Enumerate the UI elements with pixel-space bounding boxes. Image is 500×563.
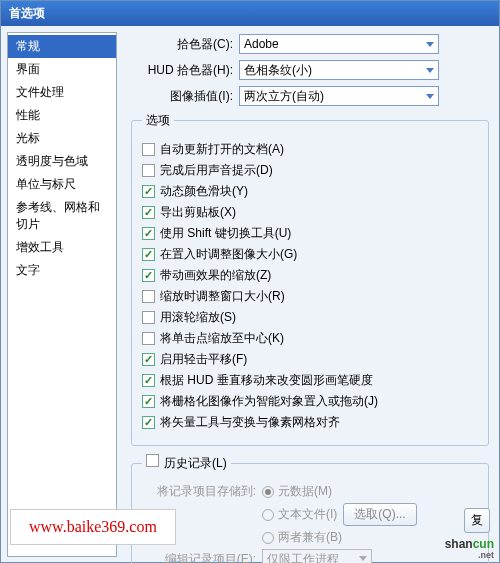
edit-items-label: 编辑记录项目(E): (152, 551, 262, 563)
option-checkbox-4[interactable] (142, 227, 155, 240)
main-panel: 拾色器(C): Adobe HUD 拾色器(H): 色相条纹(小) 图像插值(I… (117, 26, 499, 563)
edit-items-select: 仅限工作进程 (262, 549, 372, 563)
option-checkbox-5[interactable] (142, 248, 155, 261)
option-row: 根据 HUD 垂直移动来改变圆形画笔硬度 (142, 372, 478, 389)
option-label: 启用轻击平移(F) (160, 351, 247, 368)
option-row: 动态颜色滑块(Y) (142, 183, 478, 200)
sidebar-item-transparency[interactable]: 透明度与色域 (8, 150, 116, 173)
option-checkbox-7[interactable] (142, 290, 155, 303)
option-label: 根据 HUD 垂直移动来改变圆形画笔硬度 (160, 372, 373, 389)
option-label: 导出剪贴板(X) (160, 204, 236, 221)
sidebar-item-filehandling[interactable]: 文件处理 (8, 81, 116, 104)
option-row: 将单击点缩放至中心(K) (142, 330, 478, 347)
option-row: 带动画效果的缩放(Z) (142, 267, 478, 284)
option-label: 完成后用声音提示(D) (160, 162, 273, 179)
watermark-shancun: shancun .net (445, 532, 494, 558)
sidebar-item-type[interactable]: 文字 (8, 259, 116, 282)
content: 常规 界面 文件处理 性能 光标 透明度与色域 单位与标尺 参考线、网格和切片 … (1, 26, 499, 563)
option-checkbox-3[interactable] (142, 206, 155, 219)
option-label: 自动更新打开的文档(A) (160, 141, 284, 158)
sidebar: 常规 界面 文件处理 性能 光标 透明度与色域 单位与标尺 参考线、网格和切片 … (7, 32, 117, 557)
option-row: 完成后用声音提示(D) (142, 162, 478, 179)
color-picker-select[interactable]: Adobe (239, 34, 439, 54)
radio-metadata (262, 486, 274, 498)
sidebar-item-performance[interactable]: 性能 (8, 104, 116, 127)
option-checkbox-2[interactable] (142, 185, 155, 198)
sidebar-item-guides[interactable]: 参考线、网格和切片 (8, 196, 116, 236)
option-label: 将矢量工具与变换与像素网格对齐 (160, 414, 340, 431)
sidebar-item-interface[interactable]: 界面 (8, 58, 116, 81)
history-legend: 历史记录(L) (142, 454, 231, 472)
radio-both (262, 532, 274, 544)
option-checkbox-0[interactable] (142, 143, 155, 156)
option-row: 启用轻击平移(F) (142, 351, 478, 368)
option-checkbox-11[interactable] (142, 374, 155, 387)
option-row: 用滚轮缩放(S) (142, 309, 478, 326)
history-fieldset: 历史记录(L) 将记录项目存储到: 元数据(M) 文本文件(I) 选取(Q)..… (131, 454, 489, 563)
option-row: 将矢量工具与变换与像素网格对齐 (142, 414, 478, 431)
option-row: 在置入时调整图像大小(G) (142, 246, 478, 263)
option-checkbox-12[interactable] (142, 395, 155, 408)
option-row: 缩放时调整窗口大小(R) (142, 288, 478, 305)
sidebar-item-units[interactable]: 单位与标尺 (8, 173, 116, 196)
watermark-baike: www.baike369.com (10, 509, 176, 545)
preferences-window: 首选项 常规 界面 文件处理 性能 光标 透明度与色域 单位与标尺 参考线、网格… (0, 0, 500, 563)
radio-textfile (262, 509, 274, 521)
titlebar: 首选项 (1, 1, 499, 26)
color-picker-label: 拾色器(C): (131, 36, 239, 53)
options-legend: 选项 (142, 112, 174, 129)
sidebar-item-plugins[interactable]: 增效工具 (8, 236, 116, 259)
option-label: 缩放时调整窗口大小(R) (160, 288, 285, 305)
option-row: 使用 Shift 键切换工具(U) (142, 225, 478, 242)
option-row: 自动更新打开的文档(A) (142, 141, 478, 158)
option-label: 动态颜色滑块(Y) (160, 183, 248, 200)
option-row: 导出剪贴板(X) (142, 204, 478, 221)
history-checkbox[interactable] (146, 454, 159, 467)
option-label: 使用 Shift 键切换工具(U) (160, 225, 291, 242)
option-checkbox-1[interactable] (142, 164, 155, 177)
radio-textfile-label: 文本文件(I) (278, 506, 337, 523)
option-checkbox-8[interactable] (142, 311, 155, 324)
option-checkbox-9[interactable] (142, 332, 155, 345)
choose-button: 选取(Q)... (343, 503, 416, 526)
radio-metadata-label: 元数据(M) (278, 483, 332, 500)
hud-picker-select[interactable]: 色相条纹(小) (239, 60, 439, 80)
image-interp-label: 图像插值(I): (131, 88, 239, 105)
option-label: 用滚轮缩放(S) (160, 309, 236, 326)
option-label: 带动画效果的缩放(Z) (160, 267, 271, 284)
option-row: 将栅格化图像作为智能对象置入或拖动(J) (142, 393, 478, 410)
option-label: 将单击点缩放至中心(K) (160, 330, 284, 347)
history-saveto-label: 将记录项目存储到: (152, 483, 262, 500)
radio-both-label: 两者兼有(B) (278, 529, 342, 546)
option-label: 将栅格化图像作为智能对象置入或拖动(J) (160, 393, 378, 410)
sidebar-item-cursors[interactable]: 光标 (8, 127, 116, 150)
options-fieldset: 选项 自动更新打开的文档(A)完成后用声音提示(D)动态颜色滑块(Y)导出剪贴板… (131, 112, 489, 446)
reset-button[interactable]: 复 (464, 508, 490, 533)
window-title: 首选项 (9, 5, 45, 22)
option-checkbox-6[interactable] (142, 269, 155, 282)
option-checkbox-13[interactable] (142, 416, 155, 429)
image-interp-select[interactable]: 两次立方(自动) (239, 86, 439, 106)
option-label: 在置入时调整图像大小(G) (160, 246, 297, 263)
option-checkbox-10[interactable] (142, 353, 155, 366)
hud-picker-label: HUD 拾色器(H): (131, 62, 239, 79)
sidebar-item-general[interactable]: 常规 (8, 35, 116, 58)
